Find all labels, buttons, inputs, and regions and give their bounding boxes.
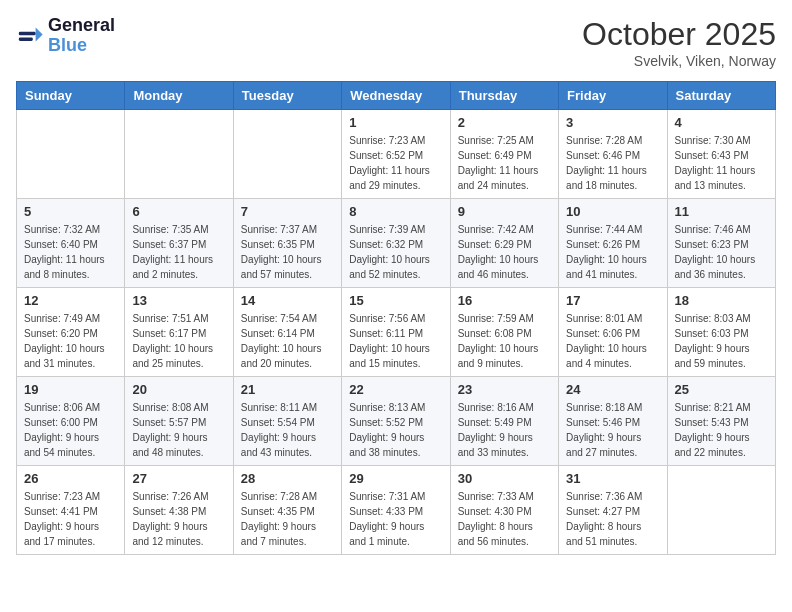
calendar-cell: 15Sunrise: 7:56 AMSunset: 6:11 PMDayligh… (342, 288, 450, 377)
day-number: 6 (132, 204, 225, 219)
day-number: 19 (24, 382, 117, 397)
day-info: Sunrise: 7:32 AMSunset: 6:40 PMDaylight:… (24, 222, 117, 282)
calendar-cell: 10Sunrise: 7:44 AMSunset: 6:26 PMDayligh… (559, 199, 667, 288)
calendar-cell: 29Sunrise: 7:31 AMSunset: 4:33 PMDayligh… (342, 466, 450, 555)
calendar-week-row: 5Sunrise: 7:32 AMSunset: 6:40 PMDaylight… (17, 199, 776, 288)
day-info: Sunrise: 7:39 AMSunset: 6:32 PMDaylight:… (349, 222, 442, 282)
day-number: 17 (566, 293, 659, 308)
day-info: Sunrise: 7:30 AMSunset: 6:43 PMDaylight:… (675, 133, 768, 193)
day-number: 24 (566, 382, 659, 397)
day-info: Sunrise: 8:03 AMSunset: 6:03 PMDaylight:… (675, 311, 768, 371)
day-number: 10 (566, 204, 659, 219)
calendar-cell: 8Sunrise: 7:39 AMSunset: 6:32 PMDaylight… (342, 199, 450, 288)
logo-text-line1: General (48, 16, 115, 36)
calendar-cell (233, 110, 341, 199)
day-number: 23 (458, 382, 551, 397)
calendar-week-row: 19Sunrise: 8:06 AMSunset: 6:00 PMDayligh… (17, 377, 776, 466)
svg-rect-2 (19, 32, 36, 36)
day-number: 1 (349, 115, 442, 130)
column-header-saturday: Saturday (667, 82, 775, 110)
calendar-table: SundayMondayTuesdayWednesdayThursdayFrid… (16, 81, 776, 555)
calendar-cell (125, 110, 233, 199)
calendar-week-row: 26Sunrise: 7:23 AMSunset: 4:41 PMDayligh… (17, 466, 776, 555)
page-header: General Blue October 2025 Svelvik, Viken… (16, 16, 776, 69)
day-number: 7 (241, 204, 334, 219)
day-info: Sunrise: 8:11 AMSunset: 5:54 PMDaylight:… (241, 400, 334, 460)
day-number: 5 (24, 204, 117, 219)
day-number: 2 (458, 115, 551, 130)
column-header-friday: Friday (559, 82, 667, 110)
day-info: Sunrise: 7:42 AMSunset: 6:29 PMDaylight:… (458, 222, 551, 282)
day-number: 30 (458, 471, 551, 486)
day-info: Sunrise: 7:26 AMSunset: 4:38 PMDaylight:… (132, 489, 225, 549)
day-number: 8 (349, 204, 442, 219)
day-number: 9 (458, 204, 551, 219)
day-number: 25 (675, 382, 768, 397)
day-info: Sunrise: 7:23 AMSunset: 6:52 PMDaylight:… (349, 133, 442, 193)
column-header-monday: Monday (125, 82, 233, 110)
calendar-cell: 17Sunrise: 8:01 AMSunset: 6:06 PMDayligh… (559, 288, 667, 377)
day-info: Sunrise: 7:35 AMSunset: 6:37 PMDaylight:… (132, 222, 225, 282)
day-number: 21 (241, 382, 334, 397)
svg-rect-3 (19, 37, 33, 41)
calendar-cell: 16Sunrise: 7:59 AMSunset: 6:08 PMDayligh… (450, 288, 558, 377)
calendar-cell: 23Sunrise: 8:16 AMSunset: 5:49 PMDayligh… (450, 377, 558, 466)
day-info: Sunrise: 7:51 AMSunset: 6:17 PMDaylight:… (132, 311, 225, 371)
day-info: Sunrise: 7:37 AMSunset: 6:35 PMDaylight:… (241, 222, 334, 282)
day-number: 28 (241, 471, 334, 486)
day-number: 11 (675, 204, 768, 219)
column-header-wednesday: Wednesday (342, 82, 450, 110)
calendar-cell: 19Sunrise: 8:06 AMSunset: 6:00 PMDayligh… (17, 377, 125, 466)
logo-icon (16, 22, 44, 50)
calendar-cell: 12Sunrise: 7:49 AMSunset: 6:20 PMDayligh… (17, 288, 125, 377)
calendar-cell: 25Sunrise: 8:21 AMSunset: 5:43 PMDayligh… (667, 377, 775, 466)
day-number: 14 (241, 293, 334, 308)
day-info: Sunrise: 7:36 AMSunset: 4:27 PMDaylight:… (566, 489, 659, 549)
calendar-cell: 2Sunrise: 7:25 AMSunset: 6:49 PMDaylight… (450, 110, 558, 199)
calendar-week-row: 1Sunrise: 7:23 AMSunset: 6:52 PMDaylight… (17, 110, 776, 199)
calendar-cell (667, 466, 775, 555)
day-info: Sunrise: 7:46 AMSunset: 6:23 PMDaylight:… (675, 222, 768, 282)
calendar-cell: 30Sunrise: 7:33 AMSunset: 4:30 PMDayligh… (450, 466, 558, 555)
calendar-cell: 24Sunrise: 8:18 AMSunset: 5:46 PMDayligh… (559, 377, 667, 466)
day-info: Sunrise: 7:49 AMSunset: 6:20 PMDaylight:… (24, 311, 117, 371)
calendar-cell: 3Sunrise: 7:28 AMSunset: 6:46 PMDaylight… (559, 110, 667, 199)
day-info: Sunrise: 7:28 AMSunset: 4:35 PMDaylight:… (241, 489, 334, 549)
day-number: 16 (458, 293, 551, 308)
day-info: Sunrise: 8:16 AMSunset: 5:49 PMDaylight:… (458, 400, 551, 460)
calendar-cell: 27Sunrise: 7:26 AMSunset: 4:38 PMDayligh… (125, 466, 233, 555)
calendar-cell: 31Sunrise: 7:36 AMSunset: 4:27 PMDayligh… (559, 466, 667, 555)
calendar-cell: 1Sunrise: 7:23 AMSunset: 6:52 PMDaylight… (342, 110, 450, 199)
day-info: Sunrise: 7:25 AMSunset: 6:49 PMDaylight:… (458, 133, 551, 193)
calendar-cell: 26Sunrise: 7:23 AMSunset: 4:41 PMDayligh… (17, 466, 125, 555)
day-number: 26 (24, 471, 117, 486)
column-header-sunday: Sunday (17, 82, 125, 110)
day-info: Sunrise: 8:01 AMSunset: 6:06 PMDaylight:… (566, 311, 659, 371)
day-info: Sunrise: 8:06 AMSunset: 6:00 PMDaylight:… (24, 400, 117, 460)
day-number: 12 (24, 293, 117, 308)
title-block: October 2025 Svelvik, Viken, Norway (582, 16, 776, 69)
day-info: Sunrise: 8:08 AMSunset: 5:57 PMDaylight:… (132, 400, 225, 460)
day-info: Sunrise: 7:33 AMSunset: 4:30 PMDaylight:… (458, 489, 551, 549)
day-number: 3 (566, 115, 659, 130)
day-info: Sunrise: 7:44 AMSunset: 6:26 PMDaylight:… (566, 222, 659, 282)
day-info: Sunrise: 7:59 AMSunset: 6:08 PMDaylight:… (458, 311, 551, 371)
location: Svelvik, Viken, Norway (582, 53, 776, 69)
day-info: Sunrise: 8:21 AMSunset: 5:43 PMDaylight:… (675, 400, 768, 460)
day-info: Sunrise: 8:13 AMSunset: 5:52 PMDaylight:… (349, 400, 442, 460)
calendar-cell: 21Sunrise: 8:11 AMSunset: 5:54 PMDayligh… (233, 377, 341, 466)
column-header-tuesday: Tuesday (233, 82, 341, 110)
day-info: Sunrise: 7:54 AMSunset: 6:14 PMDaylight:… (241, 311, 334, 371)
logo: General Blue (16, 16, 115, 56)
day-number: 18 (675, 293, 768, 308)
calendar-cell: 6Sunrise: 7:35 AMSunset: 6:37 PMDaylight… (125, 199, 233, 288)
day-number: 13 (132, 293, 225, 308)
calendar-cell: 13Sunrise: 7:51 AMSunset: 6:17 PMDayligh… (125, 288, 233, 377)
calendar-cell: 18Sunrise: 8:03 AMSunset: 6:03 PMDayligh… (667, 288, 775, 377)
day-number: 4 (675, 115, 768, 130)
calendar-cell: 11Sunrise: 7:46 AMSunset: 6:23 PMDayligh… (667, 199, 775, 288)
day-info: Sunrise: 7:31 AMSunset: 4:33 PMDaylight:… (349, 489, 442, 549)
day-info: Sunrise: 7:23 AMSunset: 4:41 PMDaylight:… (24, 489, 117, 549)
calendar-header-row: SundayMondayTuesdayWednesdayThursdayFrid… (17, 82, 776, 110)
day-number: 27 (132, 471, 225, 486)
